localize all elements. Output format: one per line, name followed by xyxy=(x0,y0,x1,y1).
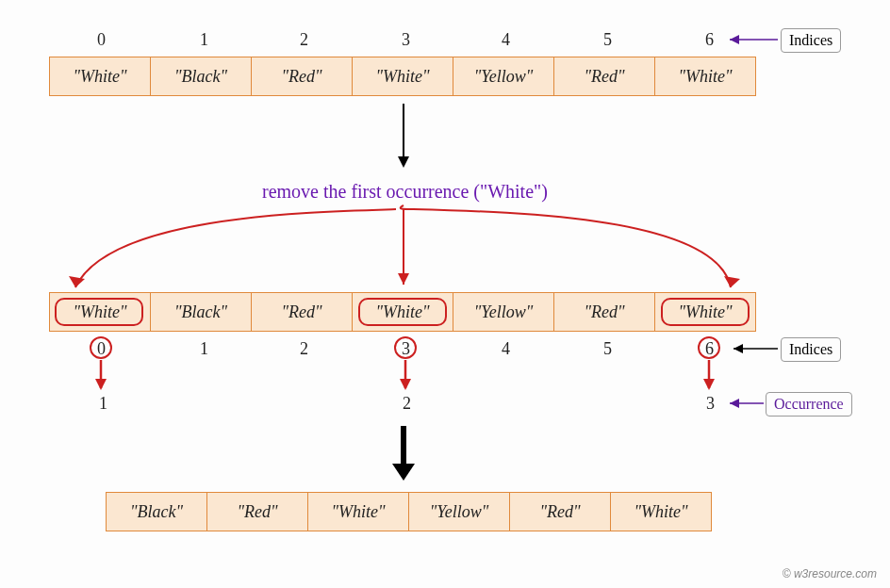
array-row-3: "Black" "Red" "White" "Yellow" "Red" "Wh… xyxy=(106,492,712,531)
cell-3-1: "Red" xyxy=(206,492,308,531)
credit-text: © w3resource.com xyxy=(783,567,877,580)
cell-3-4: "Red" xyxy=(509,492,611,531)
cell-3-0: "Black" xyxy=(106,492,207,531)
cell-3-3: "Yellow" xyxy=(408,492,510,531)
cell-3-5: "White" xyxy=(610,492,712,531)
cell-3-2: "White" xyxy=(307,492,409,531)
svg-marker-16 xyxy=(392,464,415,481)
